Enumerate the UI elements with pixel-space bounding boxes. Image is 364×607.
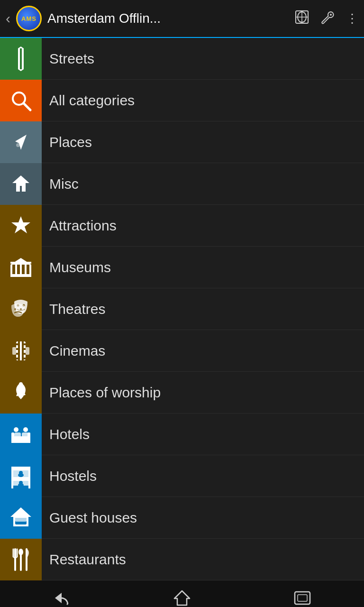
worship-icon-box (0, 372, 42, 414)
svg-rect-38 (24, 358, 26, 359)
streets-icon-box (0, 38, 42, 80)
app-logo: AMS (15, 5, 43, 32)
cinemas-label: Cinemas (42, 343, 105, 359)
cinemas-icon-box (0, 330, 42, 372)
svg-rect-51 (11, 467, 30, 470)
svg-point-14 (16, 143, 20, 147)
menu-item-hotels[interactable]: Hotels (0, 414, 364, 455)
all-categories-label: All categories (42, 92, 135, 109)
places-label: Places (42, 134, 92, 150)
nav-home-button[interactable] (168, 590, 196, 607)
svg-rect-31 (16, 343, 18, 345)
map-icon[interactable] (295, 10, 309, 28)
svg-point-70 (18, 549, 23, 555)
hostels-icon-box (0, 455, 42, 497)
menu-item-museums[interactable]: Museums (0, 247, 364, 288)
menu-item-places[interactable]: Places (0, 121, 364, 163)
nav-recents-button[interactable] (289, 591, 318, 607)
all-categories-icon-box (0, 80, 42, 121)
attractions-icon-box (0, 205, 42, 247)
hotels-label: Hotels (42, 426, 90, 442)
svg-rect-32 (16, 348, 18, 350)
menu-item-all-categories[interactable]: All categories (0, 80, 364, 121)
svg-point-60 (18, 483, 24, 487)
svg-rect-74 (298, 595, 307, 601)
svg-rect-53 (11, 477, 30, 481)
museums-icon-box (0, 247, 42, 288)
svg-point-27 (20, 308, 22, 310)
svg-rect-19 (20, 265, 22, 274)
svg-rect-40 (26, 347, 29, 355)
more-options-icon[interactable]: ⋮ (346, 11, 358, 26)
svg-point-50 (23, 427, 28, 432)
svg-marker-15 (11, 216, 30, 233)
svg-line-13 (24, 103, 30, 110)
svg-point-4 (330, 14, 332, 16)
svg-rect-35 (24, 343, 26, 345)
header-actions: ⋮ (295, 10, 358, 28)
svg-rect-20 (25, 265, 27, 274)
svg-marker-7 (18, 46, 24, 48)
svg-rect-48 (22, 432, 28, 437)
svg-rect-55 (11, 467, 13, 488)
svg-point-58 (18, 473, 24, 477)
svg-rect-29 (18, 341, 20, 360)
worship-label: Places of worship (42, 385, 161, 401)
streets-label: Streets (42, 51, 94, 67)
app-header: ‹ AMS Amsterdam Offlin... ⋮ (0, 0, 364, 38)
misc-label: Misc (42, 176, 79, 192)
nav-back-button[interactable] (46, 591, 75, 607)
theatres-icon-box (0, 288, 42, 330)
hostels-label: Hostels (42, 468, 97, 484)
menu-item-misc[interactable]: Misc (0, 163, 364, 205)
svg-rect-39 (12, 347, 16, 355)
menu-item-hostels[interactable]: Hostels (0, 455, 364, 497)
hotels-icon-box (0, 414, 42, 455)
svg-rect-47 (14, 432, 21, 437)
svg-rect-73 (295, 592, 310, 604)
svg-marker-8 (18, 69, 24, 71)
attractions-label: Attractions (42, 218, 117, 234)
restaurants-icon-box (0, 539, 42, 580)
svg-rect-34 (16, 358, 18, 359)
svg-point-26 (14, 308, 16, 310)
svg-rect-18 (15, 265, 17, 274)
app-title: Amsterdam Offlin... (47, 11, 295, 26)
svg-rect-56 (28, 467, 30, 488)
svg-rect-21 (29, 265, 31, 274)
menu-item-restaurants[interactable]: Restaurants (0, 539, 364, 580)
menu-item-places-of-worship[interactable]: Places of worship (0, 372, 364, 414)
svg-rect-23 (10, 262, 31, 264)
menu-item-attractions[interactable]: Attractions (0, 205, 364, 247)
restaurants-label: Restaurants (42, 552, 126, 568)
svg-rect-36 (24, 348, 26, 350)
guesthouses-label: Guest houses (42, 510, 137, 526)
menu-list: Streets All categories Places Misc Attra… (0, 38, 364, 580)
svg-rect-45 (11, 432, 14, 443)
theatres-label: Theatres (42, 301, 105, 317)
menu-item-cinemas[interactable]: Cinemas (0, 330, 364, 372)
logo-circle: AMS (16, 6, 42, 31)
svg-rect-30 (22, 341, 24, 360)
menu-item-guest-houses[interactable]: Guest houses (0, 497, 364, 539)
svg-marker-72 (174, 591, 190, 605)
svg-marker-65 (13, 507, 28, 517)
museums-label: Museums (42, 259, 111, 276)
menu-item-streets[interactable]: Streets (0, 38, 364, 80)
bottom-navigation (0, 580, 364, 607)
svg-rect-17 (10, 265, 12, 274)
wrench-icon[interactable] (320, 10, 335, 28)
misc-icon-box (0, 163, 42, 205)
back-button[interactable]: ‹ (6, 10, 10, 27)
svg-rect-37 (24, 353, 26, 355)
svg-rect-63 (15, 518, 27, 522)
guesthouses-icon-box (0, 497, 42, 539)
svg-point-49 (14, 427, 18, 432)
svg-rect-33 (16, 353, 18, 355)
places-icon-box (0, 121, 42, 163)
svg-rect-16 (10, 274, 31, 277)
menu-item-theatres[interactable]: Theatres (0, 288, 364, 330)
